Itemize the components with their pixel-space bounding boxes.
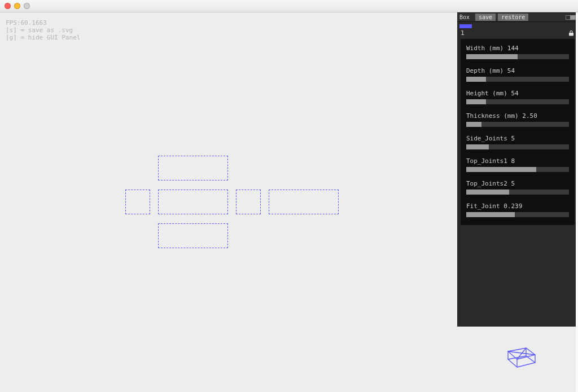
piece-bottom xyxy=(158,223,228,248)
gui-panel: Box save restore 1 Width (mm) 144Depth (… xyxy=(457,12,578,327)
param-block: Width (mm) 144Depth (mm) 54Height (mm) 5… xyxy=(461,39,575,225)
param-row: Fit_Joint 0.239 xyxy=(466,202,569,217)
slider-fill xyxy=(466,54,518,59)
svg-marker-1 xyxy=(508,356,535,367)
param-slider[interactable] xyxy=(466,122,569,127)
param-slider[interactable] xyxy=(466,54,569,59)
fps-label: FPS: xyxy=(6,19,21,27)
param-label: Depth (mm) 54 xyxy=(466,67,569,74)
param-slider[interactable] xyxy=(466,212,569,217)
param-label: Top_Joints1 8 xyxy=(466,157,569,165)
lock-icon[interactable] xyxy=(568,30,575,37)
scroll-strip xyxy=(576,12,578,392)
param-row: Width (mm) 144 xyxy=(466,45,569,59)
panel-toggle[interactable] xyxy=(566,15,576,20)
restore-button[interactable]: restore xyxy=(498,14,528,21)
save-button[interactable]: save xyxy=(475,14,496,21)
piece-left xyxy=(125,190,150,214)
param-row: Top_Joints2 5 xyxy=(466,180,569,195)
window-titlebar xyxy=(0,0,578,12)
param-label: Side_Joints 5 xyxy=(466,135,569,142)
param-label: Fit_Joint 0.239 xyxy=(466,202,569,210)
side-column: Box save restore 1 Width (mm) 144Depth (… xyxy=(457,12,578,392)
param-row: Top_Joints1 8 xyxy=(466,157,569,172)
param-slider[interactable] xyxy=(466,190,569,195)
slider-fill xyxy=(466,212,515,217)
param-row: Depth (mm) 54 xyxy=(466,67,569,82)
param-slider[interactable] xyxy=(466,99,569,104)
piece-top xyxy=(158,156,228,180)
preview-3d xyxy=(505,341,538,369)
param-row: Thickness (mm) 2.50 xyxy=(466,112,569,127)
hud-text: FPS:60.1663 [s] = save as .svg [g] = hid… xyxy=(6,19,80,41)
slider-fill xyxy=(466,77,486,82)
traffic-light-minimize[interactable] xyxy=(14,3,20,9)
param-slider[interactable] xyxy=(466,77,569,82)
gui-header: Box save restore xyxy=(457,13,578,22)
param-slider[interactable] xyxy=(466,144,569,149)
section-header[interactable]: 1 xyxy=(457,28,578,39)
slider-fill xyxy=(466,144,489,149)
canvas-stage[interactable]: FPS:60.1663 [s] = save as .svg [g] = hid… xyxy=(0,12,457,392)
slider-fill xyxy=(466,167,536,172)
piece-front xyxy=(158,190,228,214)
fps-value: 60.1663 xyxy=(21,19,47,27)
hint-gui: [g] = hide GUI Panel xyxy=(6,34,80,41)
param-label: Top_Joints2 5 xyxy=(466,180,569,187)
hint-save: [s] = save as .svg xyxy=(6,27,73,34)
panel-title: Box xyxy=(459,14,473,20)
param-row: Height (mm) 54 xyxy=(466,90,569,104)
slider-fill xyxy=(466,190,509,195)
piece-back xyxy=(269,190,339,214)
traffic-light-close[interactable] xyxy=(5,3,11,9)
param-row: Side_Joints 5 xyxy=(466,135,569,149)
slider-fill xyxy=(466,122,481,127)
param-label: Width (mm) 144 xyxy=(466,45,569,52)
traffic-light-zoom[interactable] xyxy=(24,3,30,9)
param-label: Thickness (mm) 2.50 xyxy=(466,112,569,120)
piece-right xyxy=(236,190,261,214)
param-slider[interactable] xyxy=(466,167,569,172)
panel-spacer xyxy=(457,225,578,327)
slider-fill xyxy=(466,99,486,104)
accent-bar xyxy=(459,24,472,28)
param-label: Height (mm) 54 xyxy=(466,90,569,97)
section-id: 1 xyxy=(461,29,465,37)
